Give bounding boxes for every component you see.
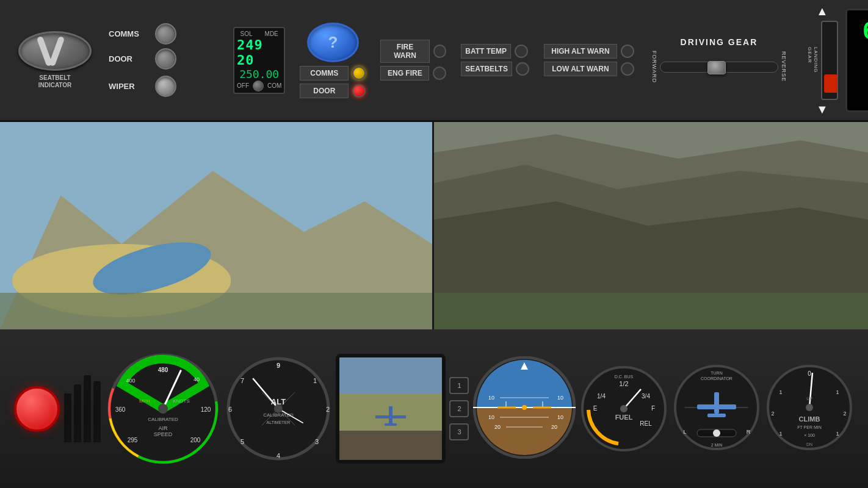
radio-com-label: COM — [267, 82, 281, 89]
eng-fire-row: ENG FIRE — [380, 66, 446, 81]
svg-text:1/2: 1/2 — [619, 380, 628, 387]
radio-off-label: OFF — [237, 82, 249, 89]
driving-gear-section: DRIVING GEAR FORWARD REVERSE — [649, 35, 789, 85]
svg-text:SPEED: SPEED — [154, 431, 173, 437]
svg-text:1: 1 — [836, 389, 839, 395]
svg-text:295: 295 — [128, 437, 138, 443]
fuel-gauge-svg: 1/2 3/4 F REL E 1/4 FUEL D.C. BUS — [580, 365, 668, 453]
svg-text:REL: REL — [640, 420, 652, 427]
fire-warn-led — [433, 45, 447, 58]
driving-gear-thumb[interactable] — [707, 61, 726, 74]
comms-indicator-row: COMMS — [300, 66, 366, 81]
svg-rect-10 — [434, 293, 868, 329]
view-right — [434, 122, 868, 329]
svg-text:ALTIMETER: ALTIMETER — [266, 420, 290, 425]
driving-gear-slider[interactable] — [660, 62, 778, 73]
radio-freq2: 250.00 — [239, 68, 279, 81]
wiper-switch[interactable] — [155, 76, 176, 97]
low-alt-label: LOW ALT WARN — [544, 62, 617, 76]
svg-text:UP: UP — [806, 396, 812, 401]
radio-freq1: 249 20 — [237, 37, 281, 68]
door-top-switch[interactable] — [155, 48, 176, 70]
svg-rect-49 — [339, 431, 442, 460]
door-led — [352, 84, 366, 98]
camera-btn-1[interactable]: 1 — [449, 377, 469, 394]
svg-text:0: 0 — [808, 370, 811, 377]
turn-coordinator-section: L R TURN COORDINATOR 2 MIN — [673, 364, 761, 454]
svg-text:AIR: AIR — [158, 425, 168, 431]
left-indicator-col: ? COMMS DOOR — [300, 23, 366, 98]
comms-led — [352, 66, 366, 80]
wiper-label: WIPER — [109, 82, 151, 91]
svg-text:400: 400 — [126, 378, 135, 384]
svg-text:1/4: 1/4 — [597, 393, 606, 400]
seatbelts-label: SEATBELTS — [461, 62, 512, 76]
fuel-heading-section: 1/2 3/4 F REL E 1/4 FUEL D.C. BUS — [580, 365, 668, 453]
svg-text:× 100: × 100 — [804, 433, 815, 437]
view-left — [0, 122, 434, 329]
svg-text:10: 10 — [488, 414, 494, 420]
svg-text:1: 1 — [313, 377, 317, 384]
landing-gear-track[interactable] — [821, 21, 838, 100]
svg-rect-88 — [697, 404, 736, 409]
radio-bottom: OFF COM — [237, 81, 281, 92]
driving-gear-controls: FORWARD REVERSE — [651, 51, 787, 83]
seatbelts-led — [516, 62, 529, 76]
red-emergency-button[interactable] — [14, 386, 60, 432]
svg-text:9: 9 — [277, 362, 280, 369]
landing-gear-thumb[interactable] — [824, 74, 837, 93]
seatbelt-label: SEATBELTINDICATOR — [38, 74, 72, 89]
vert-bars — [64, 375, 101, 442]
svg-point-82 — [620, 405, 627, 412]
high-alt-led — [621, 45, 634, 58]
door-top-label: DOOR — [109, 54, 151, 63]
flight-view — [0, 122, 868, 329]
blue-oval-button[interactable]: ? — [307, 23, 359, 62]
svg-text:TURN: TURN — [711, 371, 722, 375]
svg-text:120: 120 — [201, 406, 211, 413]
low-alt-row: LOW ALT WARN — [544, 62, 634, 76]
comms-top-switch[interactable] — [155, 23, 176, 45]
svg-text:2: 2 — [771, 411, 774, 417]
speedometer: 480 40 120 200 295 360 400 CALIBRATED MP… — [105, 351, 221, 467]
door-ind-label: DOOR — [300, 84, 349, 98]
batt-temp-label: BATT TEMP — [461, 44, 511, 59]
svg-text:2: 2 — [326, 406, 330, 413]
svg-text:FUEL: FUEL — [615, 414, 633, 421]
svg-text:1: 1 — [779, 431, 782, 437]
batt-section: BATT TEMP SEATBELTS — [461, 44, 529, 76]
left-controls-section: COMMS DOOR WIPER — [109, 23, 219, 97]
camera-btn-2[interactable]: 2 — [449, 400, 469, 417]
fire-warn-row: FIRE WARN — [380, 40, 446, 63]
seatbelt-oval-button[interactable] — [18, 31, 92, 71]
climb-svg: 0 1 2 1 1 2 1 CLIMB FT PER MIN × 100 UP … — [765, 364, 854, 452]
climb-section: 0 1 2 1 1 2 1 CLIMB FT PER MIN × 100 UP … — [765, 364, 854, 454]
svg-text:2: 2 — [843, 411, 846, 417]
camera-btn-3[interactable]: 3 — [449, 423, 469, 440]
fire-warn-label: FIRE WARN — [380, 40, 429, 63]
landing-gear-up-arrow: ▲ — [816, 4, 828, 18]
svg-text:200: 200 — [190, 437, 201, 443]
speedometer-svg: 480 40 120 200 295 360 400 CALIBRATED MP… — [105, 351, 221, 467]
svg-text:DN: DN — [806, 442, 812, 447]
high-alt-label: HIGH ALT WARN — [544, 44, 617, 59]
driving-gear-title: DRIVING GEAR — [651, 37, 787, 47]
svg-text:7: 7 — [241, 377, 244, 384]
svg-text:F: F — [651, 405, 655, 412]
landing-gear-down-arrow: ▼ — [816, 102, 828, 117]
svg-text:5: 5 — [241, 438, 244, 445]
seatbelts-row: SEATBELTS — [461, 62, 529, 76]
svg-text:3: 3 — [315, 438, 319, 445]
svg-text:R: R — [746, 429, 750, 435]
left-indicators: COMMS DOOR — [300, 66, 366, 98]
door-indicator-row: DOOR — [300, 84, 366, 98]
svg-text:10: 10 — [557, 414, 563, 420]
radio-display: SOL MDE 249 20 250.00 OFF COM — [233, 27, 285, 94]
svg-text:CALIBRATED: CALIBRATED — [148, 417, 178, 422]
radio-knob[interactable] — [253, 81, 264, 92]
landing-gear-label: LANDINGGEAR — [806, 47, 818, 73]
radio-top-labels: SOL MDE — [241, 30, 278, 37]
low-high-section: HIGH ALT WARN LOW ALT WARN — [544, 44, 634, 76]
svg-text:1: 1 — [779, 389, 782, 395]
right-view-svg — [434, 122, 868, 329]
